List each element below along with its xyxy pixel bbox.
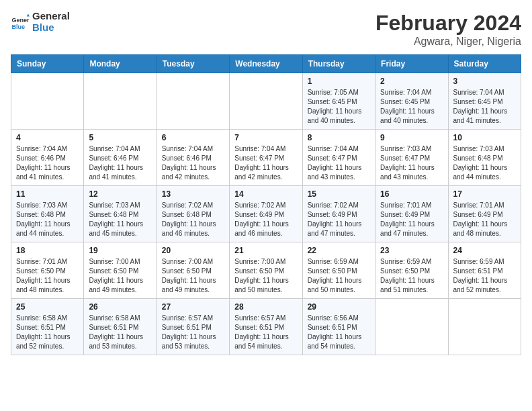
svg-text:General: General xyxy=(11,17,30,24)
day-cell: 14Sunrise: 7:02 AM Sunset: 6:49 PM Dayli… xyxy=(230,186,302,242)
day-cell: 16Sunrise: 7:01 AM Sunset: 6:49 PM Dayli… xyxy=(375,186,448,242)
week-row: 1Sunrise: 7:05 AM Sunset: 6:45 PM Daylig… xyxy=(11,73,521,130)
day-info: Sunrise: 7:02 AM Sunset: 6:48 PM Dayligh… xyxy=(162,201,224,238)
day-cell: 4Sunrise: 7:04 AM Sunset: 6:46 PM Daylig… xyxy=(11,130,84,186)
day-info: Sunrise: 7:04 AM Sunset: 6:46 PM Dayligh… xyxy=(89,144,151,182)
day-info: Sunrise: 7:01 AM Sunset: 6:49 PM Dayligh… xyxy=(380,201,443,238)
day-info: Sunrise: 7:04 AM Sunset: 6:46 PM Dayligh… xyxy=(162,144,224,182)
day-info: Sunrise: 7:01 AM Sunset: 6:50 PM Dayligh… xyxy=(16,257,79,295)
calendar-body: 1Sunrise: 7:05 AM Sunset: 6:45 PM Daylig… xyxy=(11,73,521,355)
day-cell: 11Sunrise: 7:03 AM Sunset: 6:48 PM Dayli… xyxy=(11,186,84,242)
day-info: Sunrise: 7:05 AM Sunset: 6:45 PM Dayligh… xyxy=(308,88,370,126)
day-cell: 24Sunrise: 6:59 AM Sunset: 6:51 PM Dayli… xyxy=(448,242,521,299)
day-number: 22 xyxy=(308,246,370,255)
day-info: Sunrise: 7:00 AM Sunset: 6:50 PM Dayligh… xyxy=(234,257,297,295)
day-cell xyxy=(375,299,448,355)
day-info: Sunrise: 7:04 AM Sunset: 6:45 PM Dayligh… xyxy=(380,88,443,126)
day-info: Sunrise: 7:03 AM Sunset: 6:48 PM Dayligh… xyxy=(89,201,151,238)
day-number: 28 xyxy=(234,302,297,312)
day-cell: 29Sunrise: 6:56 AM Sunset: 6:51 PM Dayli… xyxy=(302,299,375,355)
day-number: 18 xyxy=(16,246,79,255)
day-number: 16 xyxy=(380,189,443,199)
header-cell-thursday: Thursday xyxy=(302,55,375,73)
day-info: Sunrise: 6:57 AM Sunset: 6:51 PM Dayligh… xyxy=(162,314,224,351)
day-number: 27 xyxy=(162,302,224,312)
day-number: 26 xyxy=(89,302,151,312)
week-row: 25Sunrise: 6:58 AM Sunset: 6:51 PM Dayli… xyxy=(11,299,521,355)
day-cell: 27Sunrise: 6:57 AM Sunset: 6:51 PM Dayli… xyxy=(157,299,229,355)
week-row: 18Sunrise: 7:01 AM Sunset: 6:50 PM Dayli… xyxy=(11,242,521,299)
day-number: 10 xyxy=(453,133,516,142)
day-number: 24 xyxy=(453,246,516,255)
day-info: Sunrise: 7:03 AM Sunset: 6:48 PM Dayligh… xyxy=(453,144,516,182)
day-info: Sunrise: 6:56 AM Sunset: 6:51 PM Dayligh… xyxy=(308,314,370,351)
day-cell: 1Sunrise: 7:05 AM Sunset: 6:45 PM Daylig… xyxy=(302,73,375,130)
day-cell xyxy=(84,73,157,130)
day-info: Sunrise: 7:04 AM Sunset: 6:47 PM Dayligh… xyxy=(308,144,370,182)
day-cell xyxy=(157,73,229,130)
day-cell: 28Sunrise: 6:57 AM Sunset: 6:51 PM Dayli… xyxy=(230,299,302,355)
page-header: General Blue General Blue February 2024 … xyxy=(11,11,521,48)
header-cell-wednesday: Wednesday xyxy=(230,55,302,73)
day-info: Sunrise: 7:02 AM Sunset: 6:49 PM Dayligh… xyxy=(234,201,297,238)
day-cell: 2Sunrise: 7:04 AM Sunset: 6:45 PM Daylig… xyxy=(375,73,448,130)
day-cell: 12Sunrise: 7:03 AM Sunset: 6:48 PM Dayli… xyxy=(84,186,157,242)
day-info: Sunrise: 6:59 AM Sunset: 6:51 PM Dayligh… xyxy=(453,257,516,295)
header-cell-tuesday: Tuesday xyxy=(157,55,229,73)
header-cell-saturday: Saturday xyxy=(448,55,521,73)
day-info: Sunrise: 7:04 AM Sunset: 6:47 PM Dayligh… xyxy=(234,144,297,182)
day-number: 29 xyxy=(308,302,370,312)
day-cell: 13Sunrise: 7:02 AM Sunset: 6:48 PM Dayli… xyxy=(157,186,229,242)
day-cell: 23Sunrise: 6:59 AM Sunset: 6:50 PM Dayli… xyxy=(375,242,448,299)
svg-marker-2 xyxy=(27,13,30,16)
day-cell: 15Sunrise: 7:02 AM Sunset: 6:49 PM Dayli… xyxy=(302,186,375,242)
day-cell xyxy=(448,299,521,355)
day-cell: 9Sunrise: 7:03 AM Sunset: 6:47 PM Daylig… xyxy=(375,130,448,186)
day-info: Sunrise: 7:03 AM Sunset: 6:48 PM Dayligh… xyxy=(16,201,79,238)
day-number: 17 xyxy=(453,189,516,199)
day-info: Sunrise: 6:58 AM Sunset: 6:51 PM Dayligh… xyxy=(89,314,151,351)
header-cell-sunday: Sunday xyxy=(11,55,84,73)
day-number: 13 xyxy=(162,189,224,199)
day-number: 9 xyxy=(380,133,443,142)
day-cell: 6Sunrise: 7:04 AM Sunset: 6:46 PM Daylig… xyxy=(157,130,229,186)
header-cell-monday: Monday xyxy=(84,55,157,73)
day-number: 11 xyxy=(16,189,79,199)
day-number: 4 xyxy=(16,133,79,142)
day-info: Sunrise: 7:00 AM Sunset: 6:50 PM Dayligh… xyxy=(89,257,151,295)
logo-text-general: General xyxy=(32,11,70,22)
day-cell: 22Sunrise: 6:59 AM Sunset: 6:50 PM Dayli… xyxy=(302,242,375,299)
day-number: 5 xyxy=(89,133,151,142)
svg-text:Blue: Blue xyxy=(11,23,25,30)
calendar-header: SundayMondayTuesdayWednesdayThursdayFrid… xyxy=(11,55,521,73)
day-cell: 21Sunrise: 7:00 AM Sunset: 6:50 PM Dayli… xyxy=(230,242,302,299)
day-info: Sunrise: 6:59 AM Sunset: 6:50 PM Dayligh… xyxy=(380,257,443,295)
day-cell: 18Sunrise: 7:01 AM Sunset: 6:50 PM Dayli… xyxy=(11,242,84,299)
day-number: 1 xyxy=(308,77,370,86)
day-number: 21 xyxy=(234,246,297,255)
day-cell: 19Sunrise: 7:00 AM Sunset: 6:50 PM Dayli… xyxy=(84,242,157,299)
day-cell: 7Sunrise: 7:04 AM Sunset: 6:47 PM Daylig… xyxy=(230,130,302,186)
day-number: 14 xyxy=(234,189,297,199)
week-row: 11Sunrise: 7:03 AM Sunset: 6:48 PM Dayli… xyxy=(11,186,521,242)
day-cell: 10Sunrise: 7:03 AM Sunset: 6:48 PM Dayli… xyxy=(448,130,521,186)
day-info: Sunrise: 6:57 AM Sunset: 6:51 PM Dayligh… xyxy=(234,314,297,351)
day-info: Sunrise: 7:02 AM Sunset: 6:49 PM Dayligh… xyxy=(308,201,370,238)
day-number: 6 xyxy=(162,133,224,142)
calendar-table: SundayMondayTuesdayWednesdayThursdayFrid… xyxy=(11,54,521,355)
month-title: February 2024 xyxy=(375,11,521,36)
day-cell xyxy=(11,73,84,130)
day-number: 15 xyxy=(308,189,370,199)
day-info: Sunrise: 7:04 AM Sunset: 6:46 PM Dayligh… xyxy=(16,144,79,182)
header-cell-friday: Friday xyxy=(375,55,448,73)
day-number: 12 xyxy=(89,189,151,199)
header-row: SundayMondayTuesdayWednesdayThursdayFrid… xyxy=(11,55,521,73)
day-cell: 8Sunrise: 7:04 AM Sunset: 6:47 PM Daylig… xyxy=(302,130,375,186)
day-number: 8 xyxy=(308,133,370,142)
day-info: Sunrise: 6:58 AM Sunset: 6:51 PM Dayligh… xyxy=(16,314,79,351)
day-info: Sunrise: 7:00 AM Sunset: 6:50 PM Dayligh… xyxy=(162,257,224,295)
logo: General Blue General Blue xyxy=(11,11,70,33)
day-info: Sunrise: 7:03 AM Sunset: 6:47 PM Dayligh… xyxy=(380,144,443,182)
day-info: Sunrise: 7:04 AM Sunset: 6:45 PM Dayligh… xyxy=(453,88,516,126)
week-row: 4Sunrise: 7:04 AM Sunset: 6:46 PM Daylig… xyxy=(11,130,521,186)
